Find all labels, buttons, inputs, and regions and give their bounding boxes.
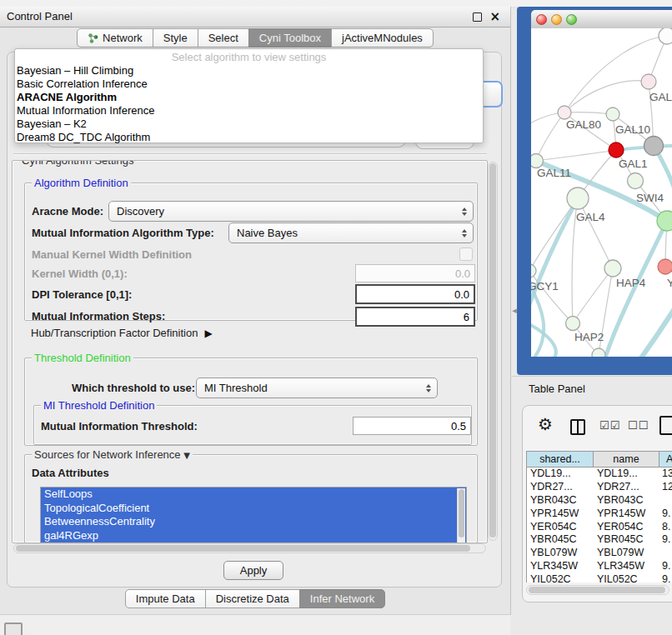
node-label-gal1: GAL1 bbox=[619, 158, 648, 170]
scrollbar-thumb[interactable] bbox=[459, 489, 464, 538]
manual-kernel-checkbox[interactable] bbox=[459, 248, 473, 261]
table-row[interactable]: YBR045CYBR045C9. bbox=[527, 533, 672, 547]
mi-type-combo[interactable]: Naive Bayes bbox=[228, 222, 474, 243]
sources-group: Sources for Network Inference ▼ Data Att… bbox=[24, 454, 478, 543]
tab-label: Network bbox=[103, 32, 143, 44]
algorithm-item-basic-correlation-inference[interactable]: Basic Correlation Inference bbox=[15, 78, 483, 91]
table-horizontal-scrollbar[interactable] bbox=[526, 585, 669, 595]
apply-button[interactable]: Apply bbox=[223, 561, 283, 580]
algorithm-item-aracne-algorithm[interactable]: ARACNE Algorithm bbox=[15, 91, 483, 104]
panel-splitter-handle[interactable]: ◂ bbox=[509, 303, 520, 318]
algorithm-item-bayesian-k2[interactable]: Bayesian – K2 bbox=[15, 118, 483, 131]
network-edge[interactable] bbox=[536, 150, 616, 161]
scrollbar-thumb[interactable] bbox=[489, 163, 496, 538]
network-node-gal80[interactable] bbox=[558, 106, 571, 119]
network-node[interactable] bbox=[659, 28, 672, 44]
attribute-item-selfloops[interactable]: SelfLoops bbox=[41, 488, 466, 502]
tab-discretize-data[interactable]: Discretize Data bbox=[205, 589, 300, 608]
table-cell: YER054C bbox=[594, 521, 659, 534]
table-row[interactable]: YIL052CYIL052C9. bbox=[527, 573, 672, 582]
table-row[interactable]: YBR043CYBR043C bbox=[527, 494, 672, 508]
tab-label: Infer Network bbox=[310, 592, 374, 605]
tab-jactivemnodules[interactable]: jActiveMNodules bbox=[331, 28, 434, 48]
hub-definition-toggle[interactable]: Hub/Transcription Factor Definition ▶ bbox=[31, 327, 213, 339]
tab-style[interactable]: Style bbox=[153, 28, 198, 48]
expand-right-icon[interactable]: ▶ bbox=[204, 328, 212, 339]
network-node[interactable] bbox=[592, 348, 605, 357]
table-row[interactable]: YPR145WYPR145W9. bbox=[527, 508, 672, 521]
column-header-name[interactable]: name bbox=[594, 452, 659, 467]
table-row[interactable]: YBL079WYBL079W bbox=[527, 547, 672, 560]
table-cell: YLR345W bbox=[527, 560, 594, 573]
network-view-canvas[interactable]: GALGAL80GAL10GAL1GAL11SWI4GAL4GCY1HAP4YH… bbox=[531, 28, 672, 357]
network-edge[interactable] bbox=[564, 81, 649, 112]
scrollbar-thumb[interactable] bbox=[529, 587, 665, 593]
tab-infer-network[interactable]: Infer Network bbox=[299, 589, 385, 608]
mi-steps-field[interactable] bbox=[355, 307, 475, 327]
collapse-down-icon[interactable]: ▼ bbox=[183, 451, 190, 460]
table-cell: YBR045C bbox=[527, 533, 594, 547]
network-edge[interactable] bbox=[573, 268, 613, 323]
aracne-mode-combo[interactable]: Discovery bbox=[108, 201, 474, 222]
network-edge[interactable] bbox=[619, 303, 672, 357]
table-cell: YDR27... bbox=[594, 481, 659, 494]
manual-kernel-label: Manual Kernel Width Definition bbox=[32, 248, 192, 261]
network-node-gal11[interactable] bbox=[531, 154, 544, 168]
network-node-gal[interactable] bbox=[641, 74, 656, 89]
network-edge[interactable] bbox=[536, 112, 564, 161]
network-window-titlebar[interactable] bbox=[531, 10, 672, 29]
network-node-hap2[interactable] bbox=[566, 317, 580, 331]
algorithm-dropdown-list[interactable]: Select algorithm to view settings Bayesi… bbox=[14, 48, 484, 143]
minimized-panel-icon[interactable] bbox=[4, 622, 23, 635]
settings-horizontal-scrollbar[interactable] bbox=[13, 543, 486, 553]
network-node-swi4[interactable] bbox=[628, 173, 644, 189]
attribute-item-topologicalcoefficient[interactable]: TopologicalCoefficient bbox=[41, 502, 466, 516]
node-label-gal10: GAL10 bbox=[615, 123, 650, 136]
algorithm-item-mutual-information-inference[interactable]: Mutual Information Inference bbox=[15, 104, 483, 118]
deselect-all-columns-icon[interactable]: ☐☐ bbox=[628, 419, 649, 432]
network-edge[interactable] bbox=[578, 198, 613, 268]
scrollbar-thumb[interactable] bbox=[16, 545, 470, 552]
close-traffic-light[interactable] bbox=[536, 14, 547, 25]
document-icon[interactable] bbox=[659, 416, 672, 435]
table-row[interactable]: YER054CYER054C8. bbox=[527, 521, 672, 534]
table-cell: YDL19... bbox=[594, 468, 659, 481]
network-node[interactable] bbox=[657, 211, 672, 231]
tab-impute-data[interactable]: Impute Data bbox=[125, 589, 206, 608]
network-node[interactable] bbox=[644, 137, 664, 156]
float-window-icon[interactable] bbox=[473, 12, 482, 22]
algorithm-item-bayesian-hill-climbing[interactable]: Bayesian – Hill Climbing bbox=[15, 64, 483, 78]
network-node-gal10[interactable] bbox=[606, 108, 619, 121]
which-threshold-combo[interactable]: MI Threshold bbox=[196, 378, 438, 398]
network-node-gal4[interactable] bbox=[567, 188, 589, 209]
network-edge[interactable] bbox=[564, 112, 613, 114]
list-scrollbar[interactable] bbox=[457, 488, 465, 543]
network-node-gcy1[interactable] bbox=[531, 264, 536, 278]
mi-threshold-field[interactable] bbox=[353, 417, 471, 435]
kernel-width-field[interactable] bbox=[355, 264, 475, 282]
network-node-gal1[interactable] bbox=[609, 142, 624, 158]
network-icon bbox=[88, 32, 98, 43]
tab-select[interactable]: Select bbox=[198, 28, 249, 48]
select-all-columns-icon[interactable]: ☑☑ bbox=[599, 419, 620, 432]
split-columns-icon[interactable] bbox=[570, 419, 585, 435]
table-row[interactable]: YDR27...YDR27...12 bbox=[527, 481, 672, 494]
table-row[interactable]: YLR345WYLR345W9. bbox=[527, 560, 672, 573]
tab-cyni-toolbox[interactable]: Cyni Toolbox bbox=[248, 28, 332, 48]
network-node-hap4[interactable] bbox=[604, 260, 621, 277]
settings-vertical-scrollbar[interactable] bbox=[488, 162, 498, 541]
attribute-item-gal4rgexp[interactable]: gal4RGexp bbox=[41, 529, 466, 543]
data-attributes-list[interactable]: SelfLoopsTopologicalCoefficientBetweenne… bbox=[40, 487, 467, 543]
attribute-item-betweennesscentrality[interactable]: BetweennessCentrality bbox=[41, 515, 466, 529]
column-header-a[interactable]: A bbox=[659, 452, 672, 467]
network-node-y[interactable] bbox=[658, 259, 672, 274]
zoom-traffic-light[interactable] bbox=[566, 14, 577, 25]
close-icon[interactable]: × bbox=[489, 8, 500, 25]
algorithm-item-dream8-dc-tdc-algorithm[interactable]: Dream8 DC_TDC Algorithm bbox=[15, 131, 483, 144]
dpi-tolerance-field[interactable] bbox=[355, 284, 475, 304]
tab-network[interactable]: Network bbox=[77, 28, 153, 48]
table-row[interactable]: YDL19...YDL19...13 bbox=[527, 468, 672, 481]
column-header-shared[interactable]: shared... bbox=[527, 452, 594, 467]
gear-icon[interactable]: ⚙ bbox=[538, 414, 553, 434]
minimize-traffic-light[interactable] bbox=[551, 14, 562, 25]
